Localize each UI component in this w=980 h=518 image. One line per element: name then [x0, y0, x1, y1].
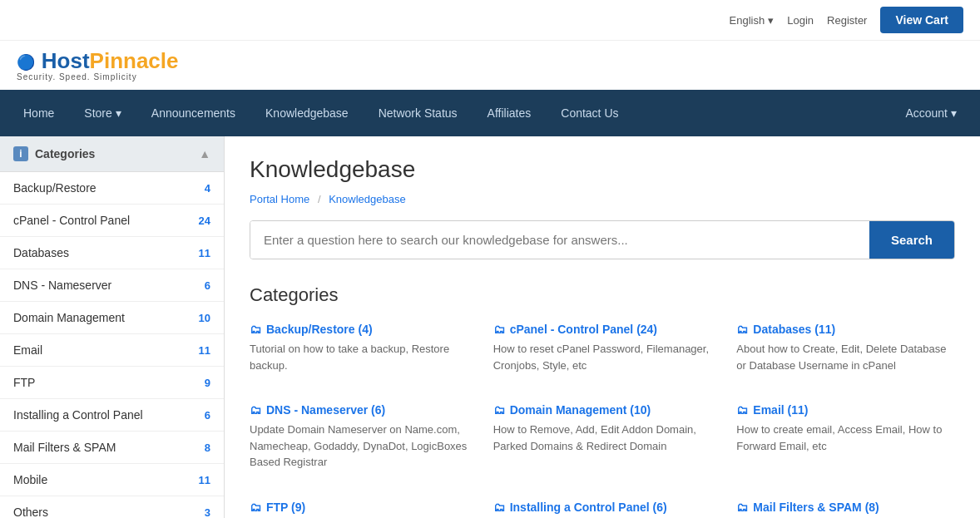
folder-icon: 🗂 [493, 501, 505, 514]
top-bar: English ▾ Login Register View Cart [0, 0, 980, 41]
category-desc-2: About how to Create, Edit, Delete Databa… [736, 341, 955, 373]
category-desc-1: How to reset cPanel Password, Filemanage… [493, 341, 712, 373]
sidebar-item[interactable]: FTP 9 [0, 367, 224, 399]
category-card-7: 🗂 Installing a Control Panel (6) Learn h… [493, 501, 712, 519]
category-card-5: 🗂 Email (11) How to create email, Access… [736, 403, 955, 484]
sidebar-item[interactable]: Others 3 [0, 496, 224, 518]
category-link-0[interactable]: 🗂 Backup/Restore (4) [250, 323, 468, 336]
breadcrumb: Portal Home / Knowledgebase [250, 193, 955, 205]
sidebar-header: i Categories ▲ [0, 136, 224, 172]
language-arrow: ▾ [768, 14, 774, 27]
account-arrow: ▾ [951, 106, 957, 120]
content-area: Knowledgebase Portal Home / Knowledgebas… [225, 136, 980, 518]
nav-account[interactable]: Account ▾ [890, 90, 972, 136]
search-button[interactable]: Search [869, 221, 954, 259]
search-bar: Search [250, 220, 955, 259]
category-desc-3: Update Domain Nameserver on Name.com, Na… [250, 422, 468, 471]
sidebar-item[interactable]: Databases 11 [0, 237, 224, 269]
folder-icon: 🗂 [250, 323, 261, 336]
nav-knowledgebase[interactable]: Knowledgebase [250, 90, 364, 136]
sidebar-collapse-icon[interactable]: ▲ [199, 147, 210, 160]
register-link[interactable]: Register [827, 14, 867, 27]
sidebar-item[interactable]: Installing a Control Panel 6 [0, 399, 224, 432]
nav-contact-us[interactable]: Contact Us [546, 90, 633, 136]
category-card-0: 🗂 Backup/Restore (4) Tutorial on how to … [250, 323, 468, 387]
nav-announcements[interactable]: Announcements [136, 90, 250, 136]
logo-tagline: Security. Speed. Simplicity [17, 72, 179, 81]
sidebar-item[interactable]: Mail Filters & SPAM 8 [0, 432, 224, 464]
category-card-8: 🗂 Mail Filters & SPAM (8) Boxtrap, SpamA… [736, 501, 955, 519]
sidebar-item[interactable]: Email 11 [0, 334, 224, 367]
category-link-5[interactable]: 🗂 Email (11) [736, 403, 955, 417]
category-link-8[interactable]: 🗂 Mail Filters & SPAM (8) [736, 501, 955, 514]
folder-icon: 🗂 [250, 403, 261, 417]
category-link-1[interactable]: 🗂 cPanel - Control Panel (24) [493, 323, 712, 336]
breadcrumb-separator: / [318, 193, 321, 205]
breadcrumb-current[interactable]: Knowledgebase [329, 193, 406, 205]
category-link-3[interactable]: 🗂 DNS - Nameserver (6) [250, 403, 468, 417]
category-card-4: 🗂 Domain Management (10) How to Remove, … [493, 403, 712, 484]
logo-pinnacle: Pinnacle [90, 48, 179, 73]
sidebar-item[interactable]: Backup/Restore 4 [0, 172, 224, 205]
logo-icon: 🔵 [17, 54, 35, 71]
sidebar-item[interactable]: Domain Management 10 [0, 302, 224, 334]
folder-icon: 🗂 [493, 323, 505, 336]
folder-icon: 🗂 [736, 403, 748, 417]
nav-home[interactable]: Home [8, 90, 69, 136]
folder-icon: 🗂 [736, 501, 748, 514]
category-desc-0: Tutorial on how to take a backup, Restor… [250, 341, 468, 373]
nav-store[interactable]: Store ▾ [69, 90, 136, 136]
sidebar: i Categories ▲ Backup/Restore 4 cPanel -… [0, 136, 225, 518]
category-card-3: 🗂 DNS - Nameserver (6) Update Domain Nam… [250, 403, 468, 484]
sidebar-item[interactable]: cPanel - Control Panel 24 [0, 205, 224, 237]
category-card-2: 🗂 Databases (11) About how to Create, Ed… [736, 323, 955, 387]
language-selector[interactable]: English ▾ [730, 14, 775, 27]
categories-grid: 🗂 Backup/Restore (4) Tutorial on how to … [250, 323, 955, 518]
main-layout: i Categories ▲ Backup/Restore 4 cPanel -… [0, 136, 980, 518]
page-title: Knowledgebase [250, 156, 955, 183]
category-card-1: 🗂 cPanel - Control Panel (24) How to res… [493, 323, 712, 387]
folder-icon: 🗂 [493, 403, 505, 417]
category-link-2[interactable]: 🗂 Databases (11) [736, 323, 955, 336]
category-link-6[interactable]: 🗂 FTP (9) [250, 501, 468, 514]
folder-icon: 🗂 [250, 501, 261, 514]
category-desc-5: How to create email, Access Email, How t… [736, 422, 955, 454]
view-cart-button[interactable]: View Cart [880, 7, 963, 33]
search-input[interactable] [250, 221, 869, 259]
logo-host: Host [42, 48, 90, 73]
sidebar-title: Categories [35, 147, 95, 160]
store-arrow: ▾ [116, 106, 121, 120]
navbar: Home Store ▾ Announcements Knowledgebase… [0, 90, 980, 136]
nav-affiliates[interactable]: Affiliates [473, 90, 547, 136]
category-link-4[interactable]: 🗂 Domain Management (10) [493, 403, 712, 417]
sidebar-item[interactable]: DNS - Nameserver 6 [0, 269, 224, 302]
header: 🔵 HostPinnacle Security. Speed. Simplici… [0, 41, 980, 90]
info-icon: i [13, 146, 28, 161]
nav-network-status[interactable]: Network Status [364, 90, 473, 136]
breadcrumb-home[interactable]: Portal Home [250, 193, 309, 205]
logo-text: 🔵 HostPinnacle [17, 49, 179, 72]
category-card-6: 🗂 FTP (9) How to Create, Delete, Manage … [250, 501, 468, 519]
category-link-7[interactable]: 🗂 Installing a Control Panel (6) [493, 501, 712, 514]
folder-icon: 🗂 [736, 323, 748, 336]
category-desc-4: How to Remove, Add, Edit Addon Domain, P… [493, 422, 712, 454]
categories-title: Categories [250, 284, 955, 306]
login-link[interactable]: Login [787, 14, 814, 27]
sidebar-item[interactable]: Mobile 11 [0, 464, 224, 496]
language-label: English [730, 14, 765, 27]
logo[interactable]: 🔵 HostPinnacle Security. Speed. Simplici… [17, 49, 179, 81]
